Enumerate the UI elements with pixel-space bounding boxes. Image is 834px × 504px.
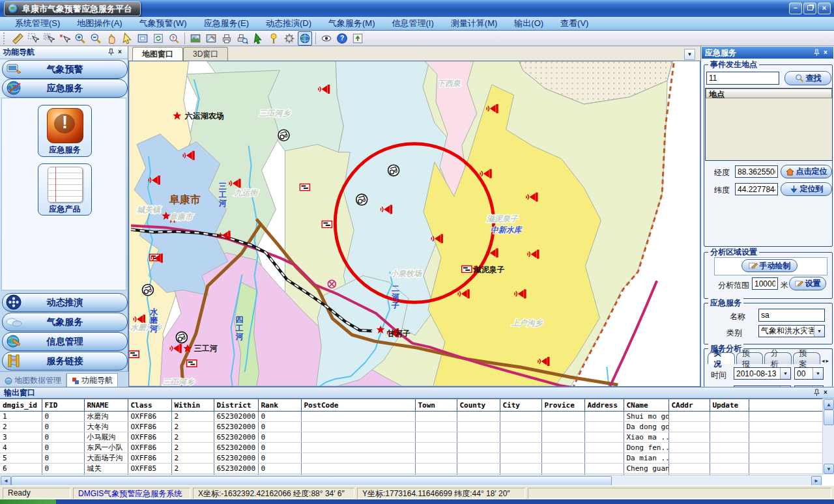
panel-close-button[interactable]: ×	[115, 48, 124, 57]
longitude-input[interactable]	[735, 165, 778, 178]
tab-analyze[interactable]: 分析	[764, 352, 792, 364]
range-input[interactable]	[752, 277, 778, 290]
tool-pan-hand[interactable]	[104, 31, 119, 46]
farm-site-marker[interactable]	[388, 165, 399, 176]
panel-pin-button[interactable]	[812, 49, 821, 57]
panel-pin-button[interactable]	[106, 48, 115, 57]
latitude-input[interactable]	[735, 183, 778, 195]
tab-scroll-right-icon[interactable]: ▸	[826, 357, 829, 364]
tool-zoom-out[interactable]	[89, 31, 103, 46]
tool-identify[interactable]: ?	[167, 31, 181, 46]
table-vscrollbar[interactable]: ▲ ▼	[822, 399, 834, 475]
farm-site-marker[interactable]	[142, 285, 153, 296]
dropdown-arrow-icon[interactable]: ▼	[814, 326, 824, 337]
find-button[interactable]: 查找	[784, 71, 831, 85]
tool-pointer-select[interactable]	[120, 31, 134, 46]
farm-site-marker[interactable]	[356, 194, 367, 205]
menu-weather-warning[interactable]: 气象预警(W)	[131, 16, 195, 31]
tab-scroll-left-icon[interactable]: ◂	[822, 357, 825, 364]
map-canvas[interactable]: 六运湖农场三工河乡下西泉九运街阜康市城关镇阜康市滋泥泉子中新水库滋泥泉子小泉牧场…	[129, 61, 700, 386]
tool-select-marquee[interactable]	[26, 31, 40, 46]
table-row[interactable]: 30小马厩沟OXFF8626523020000Xiao ma ...	[0, 432, 822, 443]
tool-refresh-view[interactable]	[151, 31, 165, 46]
nav-group-met-service[interactable]: 气象服务	[2, 313, 128, 331]
service-name-input[interactable]	[758, 309, 825, 322]
map-viewport[interactable]: 六运湖农场三工河乡下西泉九运街阜康市城关镇阜康市滋泥泉子中新水库滋泥泉子小泉牧场…	[128, 61, 700, 387]
tool-map-snapshot[interactable]	[204, 31, 218, 46]
vscroll-thumb[interactable]	[824, 410, 834, 425]
tab-map-window[interactable]: 地图窗口	[132, 47, 183, 61]
emergency-product-button[interactable]: 应急产品	[38, 163, 92, 216]
tool-settings-gear[interactable]	[282, 31, 296, 46]
column-header[interactable]: PostCode	[301, 399, 415, 412]
flag-marker[interactable]	[462, 266, 472, 272]
toolbar-grip[interactable]	[3, 33, 7, 44]
column-header[interactable]: CName	[624, 399, 669, 412]
flag-marker[interactable]	[300, 184, 309, 190]
minimize-button[interactable]: −	[789, 3, 802, 14]
nav-group-weather-warning[interactable]: 气象预警	[2, 60, 128, 79]
panel-close-button[interactable]: ×	[821, 389, 830, 397]
scroll-right-icon[interactable]: ►	[811, 476, 822, 486]
nav-group-dynamic-deduction[interactable]: 动态推演	[2, 293, 128, 312]
start-button-edge[interactable]	[0, 499, 56, 504]
table-row[interactable]: 10水磨沟OXFF8626523020000Shui mo gou	[0, 412, 822, 422]
nav-group-info-management[interactable]: 信息管理	[2, 332, 128, 351]
tool-help[interactable]: ?	[335, 31, 349, 46]
service-type-select[interactable]: 气象和洪水灾害 ▼	[758, 325, 825, 337]
locate-to-button[interactable]: 定位到	[781, 182, 832, 196]
column-header[interactable]: RNAME	[84, 399, 128, 412]
tool-full-extent[interactable]	[136, 31, 150, 46]
location-keyword-input[interactable]	[706, 72, 779, 85]
flag-marker[interactable]	[129, 351, 139, 357]
column-header[interactable]: Town	[415, 399, 457, 412]
location-list[interactable]: 地点	[705, 88, 833, 161]
nav-group-service-links[interactable]: 服务链接	[2, 352, 128, 371]
tab-function-nav[interactable]: 功能导航	[66, 373, 118, 387]
flag-marker[interactable]	[322, 221, 332, 227]
restore-button[interactable]	[803, 3, 816, 14]
panel-pin-button[interactable]	[812, 389, 821, 397]
column-header[interactable]: Provice	[541, 399, 584, 412]
tab-plan[interactable]: 预案	[793, 352, 820, 364]
menu-emergency[interactable]: 应急服务(E)	[195, 16, 257, 31]
tab-3d-window[interactable]: 3D窗口	[183, 47, 228, 61]
dropdown-arrow-icon[interactable]: ▼	[812, 368, 823, 379]
locate-by-click-button[interactable]: 点击定位	[781, 165, 832, 178]
tool-measure-ruler[interactable]	[10, 31, 25, 46]
panel-close-button[interactable]: ×	[821, 49, 830, 57]
tab-map-data-management[interactable]: 地图数据管理	[0, 374, 66, 387]
tool-select-clear[interactable]	[57, 31, 72, 46]
column-header[interactable]: Address	[584, 399, 624, 412]
menu-output[interactable]: 输出(O)	[506, 16, 552, 31]
column-header[interactable]: dmgis_id	[0, 399, 42, 412]
tool-layer-tree[interactable]	[351, 31, 365, 46]
flag-marker[interactable]	[187, 360, 197, 367]
column-header[interactable]: City	[500, 399, 541, 412]
tool-select-area[interactable]	[42, 31, 56, 46]
menu-view[interactable]: 查看(V)	[552, 16, 597, 31]
menu-map-ops[interactable]: 地图操作(A)	[68, 16, 130, 31]
column-header[interactable]: Within	[171, 399, 214, 412]
column-header[interactable]: Rank	[258, 399, 301, 412]
table-hscrollbar[interactable]: ◄ ►	[0, 475, 822, 486]
column-header[interactable]: FID	[42, 399, 84, 412]
tool-print[interactable]	[220, 31, 234, 46]
column-header[interactable]: Update	[710, 399, 749, 412]
tool-print-preview[interactable]	[235, 31, 250, 46]
farm-site-marker[interactable]	[176, 332, 187, 343]
tool-go-arrow[interactable]	[251, 31, 265, 46]
column-header[interactable]: CAddr	[669, 399, 710, 412]
menu-met-service[interactable]: 气象服务(M)	[320, 16, 384, 31]
table-row[interactable]: 50大面场子沟OXFF8626523020000Da mian ...	[0, 453, 822, 464]
emergency-service-button[interactable]: 应急服务	[38, 105, 92, 157]
tool-toggle-visibility[interactable]	[319, 31, 334, 46]
tool-globe-service[interactable]	[298, 31, 312, 46]
column-header[interactable]	[749, 399, 822, 412]
farm-site-marker[interactable]	[278, 130, 289, 141]
hour-select[interactable]: 00 ▼	[794, 367, 824, 380]
table-row[interactable]: 20大冬沟OXFF8626523020000Da dong gou	[0, 422, 822, 432]
scroll-up-icon[interactable]: ▲	[824, 399, 834, 410]
menu-info[interactable]: 信息管理(I)	[384, 16, 442, 31]
table-row[interactable]: 40东风一小队OXFF8626523020000Dong fen...	[0, 443, 822, 453]
